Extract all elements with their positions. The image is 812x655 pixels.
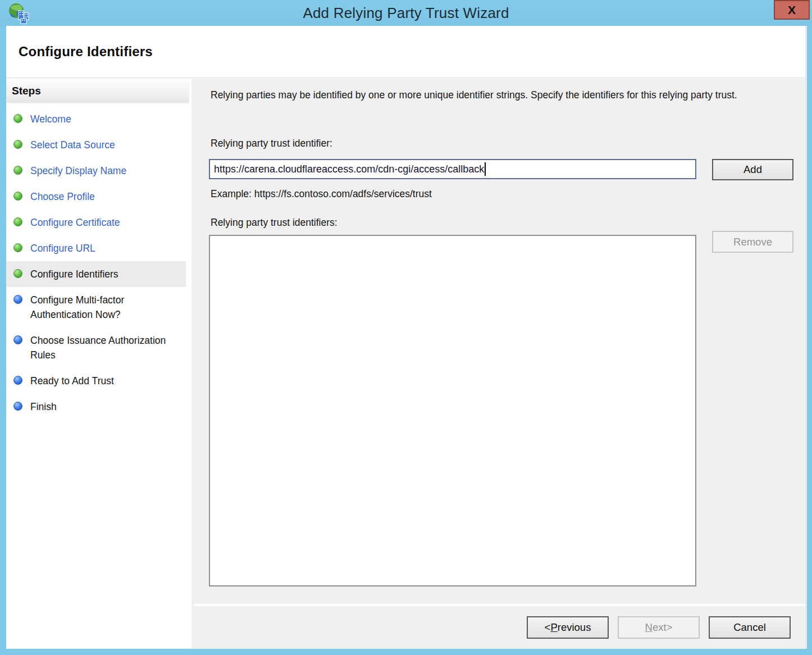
adfs-wizard-icon	[8, 3, 30, 24]
sidebar-item-configure-certificate[interactable]: Configure Certificate	[6, 210, 186, 235]
identifier-field-label: Relying party trust identifier:	[211, 138, 332, 149]
steps-sidebar: Steps Welcome Select Data Source Specify…	[6, 79, 191, 649]
step-done-icon	[13, 140, 22, 149]
page-title: Configure Identifiers	[19, 44, 153, 60]
sidebar-item-choose-profile[interactable]: Choose Profile	[6, 184, 186, 210]
sidebar-item-configure-mfa[interactable]: Configure Multi-factor Authentication No…	[6, 287, 186, 328]
window-title: Add Relying Party Trust Wizard	[303, 4, 509, 22]
window-border-bottom	[0, 649, 812, 655]
cancel-button[interactable]: Cancel	[709, 616, 791, 639]
wizard-body: Steps Welcome Select Data Source Specify…	[6, 79, 807, 649]
close-button[interactable]: X	[774, 0, 810, 20]
step-done-icon	[13, 114, 22, 123]
sidebar-item-welcome[interactable]: Welcome	[6, 106, 186, 132]
window-border-right	[807, 26, 812, 655]
sidebar-item-specify-display-name[interactable]: Specify Display Name	[6, 158, 186, 184]
sidebar-item-choose-issuance-rules[interactable]: Choose Issuance Authorization Rules	[6, 328, 186, 368]
identifiers-list-label: Relying party trust identifiers:	[211, 217, 337, 229]
sidebar-item-select-data-source[interactable]: Select Data Source	[6, 132, 186, 158]
page-header: Configure Identifiers	[6, 26, 807, 78]
identifier-input-value: https://carena.cloudflareaccess.com/cdn-…	[214, 163, 484, 175]
steps-header: Steps	[6, 79, 189, 104]
sidebar-item-configure-url[interactable]: Configure URL	[6, 235, 186, 261]
step-current-icon	[13, 269, 22, 278]
next-button[interactable]: Next >	[618, 616, 700, 639]
identifier-input[interactable]: https://carena.cloudflareaccess.com/cdn-…	[209, 159, 696, 179]
add-button[interactable]: Add	[712, 159, 793, 180]
identifiers-listbox[interactable]	[209, 235, 696, 586]
remove-button[interactable]: Remove	[712, 231, 793, 253]
step-todo-icon	[13, 376, 22, 385]
step-done-icon	[13, 217, 22, 226]
page-description: Relying parties may be identified by one…	[211, 88, 784, 103]
previous-button[interactable]: < Previous	[527, 616, 609, 639]
step-done-icon	[13, 166, 22, 175]
identifier-example-text: Example: https://fs.contoso.com/adfs/ser…	[211, 188, 432, 200]
window-border-left	[0, 26, 6, 655]
footer-bar: < Previous Next > Cancel	[194, 604, 807, 649]
sidebar-item-configure-identifiers[interactable]: Configure Identifiers	[6, 261, 186, 287]
text-cursor	[485, 162, 486, 176]
titlebar: Add Relying Party Trust Wizard X	[0, 0, 812, 26]
sidebar-item-finish[interactable]: Finish	[6, 394, 186, 420]
step-done-icon	[13, 243, 22, 252]
step-todo-icon	[13, 335, 22, 344]
step-todo-icon	[13, 402, 22, 411]
close-icon: X	[788, 3, 796, 17]
content-panel: Relying parties may be identified by one…	[194, 79, 807, 604]
step-todo-icon	[13, 295, 22, 304]
steps-title: Steps	[12, 85, 41, 97]
steps-list: Welcome Select Data Source Specify Displ…	[6, 104, 189, 420]
sidebar-item-ready-to-add-trust[interactable]: Ready to Add Trust	[6, 368, 186, 394]
step-done-icon	[13, 192, 22, 201]
